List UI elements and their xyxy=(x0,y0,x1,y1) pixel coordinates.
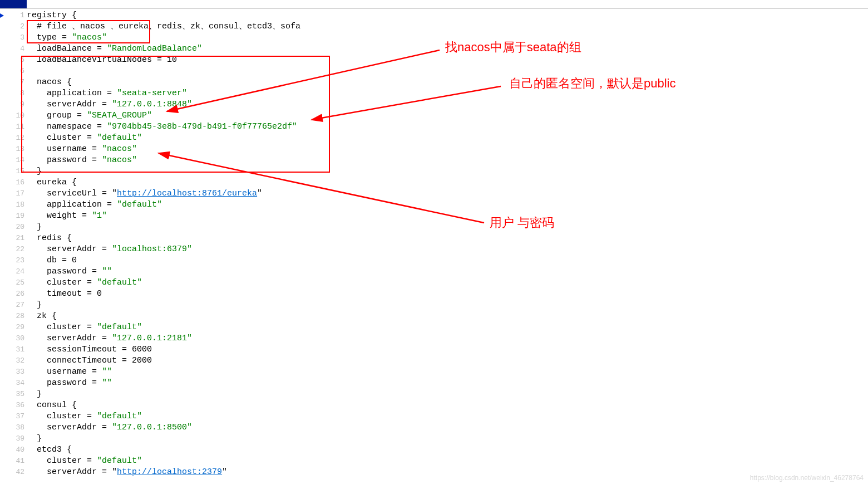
margin-slot[interactable] xyxy=(0,110,6,121)
code-line[interactable]: # file 、nacos 、eureka、redis、zk、consul、et… xyxy=(27,21,300,32)
code-line[interactable]: redis { xyxy=(27,233,300,244)
line-number[interactable]: 36 xyxy=(6,400,27,411)
line-number[interactable]: 18 xyxy=(6,199,27,211)
margin-slot[interactable] xyxy=(0,144,6,155)
code-line[interactable]: timeout = 0 xyxy=(27,289,300,300)
line-number[interactable]: 33 xyxy=(6,366,27,378)
line-number[interactable]: 29 xyxy=(6,322,27,333)
code-line[interactable]: application = "default" xyxy=(27,199,300,211)
line-number[interactable]: 26 xyxy=(6,289,27,300)
code-line[interactable]: } xyxy=(27,222,300,233)
line-number[interactable]: 6 xyxy=(6,66,27,77)
line-number[interactable]: 16 xyxy=(6,177,27,188)
margin-slot[interactable] xyxy=(0,333,6,344)
margin-slot[interactable] xyxy=(0,400,6,411)
code-line[interactable]: sessionTimeout = 6000 xyxy=(27,344,300,355)
code-line[interactable]: cluster = "default" xyxy=(27,277,300,289)
line-number[interactable]: 38 xyxy=(6,422,27,433)
line-number[interactable]: 27 xyxy=(6,300,27,311)
code-line[interactable]: serverAddr = "127.0.0.1:8848" xyxy=(27,99,300,110)
code-line[interactable]: cluster = "default" xyxy=(27,322,300,333)
line-number[interactable]: 10 xyxy=(6,110,27,121)
code-line[interactable]: application = "seata-server" xyxy=(27,88,300,99)
margin-slot[interactable] xyxy=(0,222,6,233)
code-line[interactable]: password = "" xyxy=(27,266,300,277)
code-line[interactable]: connectTimeout = 2000 xyxy=(27,355,300,366)
margin-slot[interactable] xyxy=(0,66,6,77)
code-line[interactable]: serviceUrl = "http://localhost:8761/eure… xyxy=(27,188,300,199)
code-line[interactable]: db = 0 xyxy=(27,255,300,266)
margin-slot[interactable] xyxy=(0,311,6,322)
margin-slot[interactable] xyxy=(0,300,6,311)
line-number[interactable]: 2 xyxy=(6,21,27,32)
code-line[interactable]: serverAddr = "127.0.0.1:8500" xyxy=(27,422,300,433)
code-line[interactable]: etcd3 { xyxy=(27,444,300,456)
code-line[interactable] xyxy=(27,66,300,77)
line-number[interactable]: 24 xyxy=(6,266,27,277)
margin-slot[interactable] xyxy=(0,233,6,244)
margin-slot[interactable] xyxy=(0,32,6,43)
line-number[interactable]: 31 xyxy=(6,344,27,355)
margin-slot[interactable] xyxy=(0,55,6,66)
line-number[interactable]: 1 xyxy=(6,10,27,21)
hyperlink-text[interactable]: http://localhost:8761/eureka xyxy=(117,189,257,198)
code-editor[interactable]: 1234567891011121314151617181920212223242… xyxy=(0,9,868,478)
code-line[interactable]: loadBalanceVirtualNodes = 10 xyxy=(27,55,300,66)
margin-slot[interactable] xyxy=(0,211,6,222)
margin-slot[interactable] xyxy=(0,266,6,277)
code-line[interactable]: cluster = "default" xyxy=(27,411,300,422)
code-line[interactable]: serverAddr = "127.0.0.1:2181" xyxy=(27,333,300,344)
line-number[interactable]: 9 xyxy=(6,99,27,110)
line-number[interactable]: 23 xyxy=(6,255,27,266)
code-line[interactable]: password = "nacos" xyxy=(27,155,300,166)
margin-slot[interactable] xyxy=(0,121,6,133)
code-line[interactable]: registry { xyxy=(27,10,300,21)
margin-slot[interactable] xyxy=(0,378,6,389)
code-line[interactable]: username = "nacos" xyxy=(27,144,300,155)
margin-slot[interactable] xyxy=(0,422,6,433)
margin-slot[interactable] xyxy=(0,355,6,366)
margin-slot[interactable] xyxy=(0,433,6,444)
code-line[interactable]: password = "" xyxy=(27,378,300,389)
code-line[interactable]: eureka { xyxy=(27,177,300,188)
line-number[interactable]: 12 xyxy=(6,133,27,144)
line-number[interactable]: 7 xyxy=(6,77,27,88)
code-line[interactable]: } xyxy=(27,433,300,444)
current-line-marker-icon[interactable] xyxy=(0,10,6,21)
line-number[interactable]: 25 xyxy=(6,277,27,289)
margin-slot[interactable] xyxy=(0,344,6,355)
margin-slot[interactable] xyxy=(0,244,6,255)
line-number[interactable]: 4 xyxy=(6,43,27,55)
line-number[interactable]: 35 xyxy=(6,389,27,400)
margin-slot[interactable] xyxy=(0,456,6,467)
line-number[interactable]: 13 xyxy=(6,144,27,155)
code-line[interactable]: cluster = "default" xyxy=(27,133,300,144)
margin-slot[interactable] xyxy=(0,133,6,144)
margin-slot[interactable] xyxy=(0,155,6,166)
code-line[interactable]: loadBalance = "RandomLoadBalance" xyxy=(27,43,300,55)
line-number[interactable]: 11 xyxy=(6,121,27,133)
line-number[interactable]: 28 xyxy=(6,311,27,322)
margin-slot[interactable] xyxy=(0,444,6,456)
line-number[interactable]: 42 xyxy=(6,467,27,478)
code-line[interactable]: cluster = "default" xyxy=(27,456,300,467)
line-number-gutter[interactable]: 1234567891011121314151617181920212223242… xyxy=(6,9,27,478)
line-number[interactable]: 34 xyxy=(6,378,27,389)
margin-slot[interactable] xyxy=(0,277,6,289)
code-line[interactable]: namespace = "9704bb45-3e8b-479d-b491-f0f… xyxy=(27,121,300,133)
margin-slot[interactable] xyxy=(0,43,6,55)
margin-slot[interactable] xyxy=(0,88,6,99)
margin-slot[interactable] xyxy=(0,77,6,88)
code-line[interactable]: zk { xyxy=(27,311,300,322)
line-number[interactable]: 20 xyxy=(6,222,27,233)
margin-slot[interactable] xyxy=(0,199,6,211)
code-line[interactable]: weight = "1" xyxy=(27,211,300,222)
margin-slot[interactable] xyxy=(0,21,6,32)
line-number[interactable]: 5 xyxy=(6,55,27,66)
code-area[interactable]: registry { # file 、nacos 、eureka、redis、z… xyxy=(27,9,300,478)
line-number[interactable]: 19 xyxy=(6,211,27,222)
line-number[interactable]: 39 xyxy=(6,433,27,444)
code-line[interactable]: } xyxy=(27,300,300,311)
margin-slot[interactable] xyxy=(0,289,6,300)
code-line[interactable]: } xyxy=(27,166,300,177)
